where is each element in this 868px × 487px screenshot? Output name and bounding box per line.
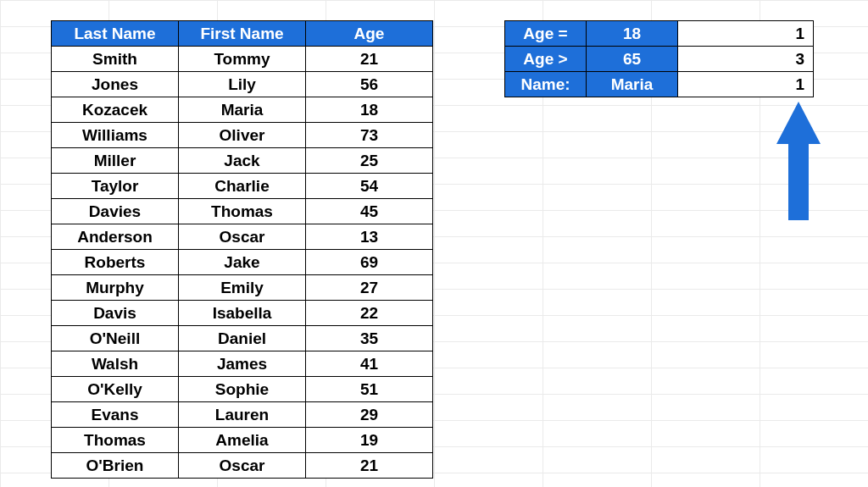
cell[interactable]: Davis	[52, 301, 179, 326]
cell[interactable]: 41	[306, 351, 433, 377]
table-row: ThomasAmelia19	[52, 428, 433, 453]
table-row: WilliamsOliver73	[52, 123, 433, 148]
summary-table: Age =181Age >653Name:Maria1	[504, 20, 814, 97]
data-table: Last Name First Name Age SmithTommy21Jon…	[51, 20, 433, 479]
cell[interactable]: Jones	[52, 72, 179, 97]
summary-label[interactable]: Age >	[505, 47, 587, 72]
cell[interactable]: O'Neill	[52, 326, 179, 351]
cell[interactable]: Lauren	[179, 402, 306, 428]
worksheet: Last Name First Name Age SmithTommy21Jon…	[0, 0, 868, 487]
cell[interactable]: Davies	[52, 199, 179, 224]
cell[interactable]: Sophie	[179, 377, 306, 402]
cell[interactable]: Emily	[179, 275, 306, 301]
table-row: SmithTommy21	[52, 47, 433, 72]
cell[interactable]: 56	[306, 72, 433, 97]
cell[interactable]: 22	[306, 301, 433, 326]
table-row: DavisIsabella22	[52, 301, 433, 326]
table-header-row: Last Name First Name Age	[52, 21, 433, 47]
arrow-up-icon	[776, 102, 821, 220]
cell[interactable]: Kozacek	[52, 97, 179, 123]
cell[interactable]: O'Kelly	[52, 377, 179, 402]
summary-result[interactable]: 3	[678, 47, 814, 72]
cell[interactable]: 69	[306, 250, 433, 275]
cell[interactable]: Oscar	[179, 224, 306, 250]
cell[interactable]: Williams	[52, 123, 179, 148]
cell[interactable]: 45	[306, 199, 433, 224]
cell[interactable]: O'Brien	[52, 453, 179, 479]
summary-row: Age >653	[505, 47, 814, 72]
cell[interactable]: 25	[306, 148, 433, 174]
cell[interactable]: Lily	[179, 72, 306, 97]
cell[interactable]: Thomas	[179, 199, 306, 224]
summary-result[interactable]: 1	[678, 21, 814, 47]
table-row: O'BrienOscar21	[52, 453, 433, 479]
cell[interactable]: Roberts	[52, 250, 179, 275]
cell[interactable]: 27	[306, 275, 433, 301]
cell[interactable]: Daniel	[179, 326, 306, 351]
cell[interactable]: Taylor	[52, 174, 179, 199]
col-header-firstname[interactable]: First Name	[179, 21, 306, 47]
table-row: JonesLily56	[52, 72, 433, 97]
summary-label[interactable]: Name:	[505, 72, 587, 97]
cell[interactable]: 18	[306, 97, 433, 123]
cell[interactable]: Miller	[52, 148, 179, 174]
table-row: AndersonOscar13	[52, 224, 433, 250]
cell[interactable]: Maria	[179, 97, 306, 123]
table-row: RobertsJake69	[52, 250, 433, 275]
cell[interactable]: Jake	[179, 250, 306, 275]
table-row: KozacekMaria18	[52, 97, 433, 123]
cell[interactable]: Anderson	[52, 224, 179, 250]
cell[interactable]: 54	[306, 174, 433, 199]
cell[interactable]: 35	[306, 326, 433, 351]
cell[interactable]: Oscar	[179, 453, 306, 479]
cell[interactable]: 29	[306, 402, 433, 428]
summary-value[interactable]: 65	[587, 47, 678, 72]
table-row: MillerJack25	[52, 148, 433, 174]
table-row: O'KellySophie51	[52, 377, 433, 402]
summary-value[interactable]: 18	[587, 21, 678, 47]
cell[interactable]: Smith	[52, 47, 179, 72]
summary-result[interactable]: 1	[678, 72, 814, 97]
cell[interactable]: Evans	[52, 402, 179, 428]
cell[interactable]: 21	[306, 47, 433, 72]
svg-marker-0	[776, 102, 821, 220]
cell[interactable]: Walsh	[52, 351, 179, 377]
cell[interactable]: 21	[306, 453, 433, 479]
cell[interactable]: Oliver	[179, 123, 306, 148]
cell[interactable]: Amelia	[179, 428, 306, 453]
table-row: EvansLauren29	[52, 402, 433, 428]
cell[interactable]: Charlie	[179, 174, 306, 199]
col-header-age[interactable]: Age	[306, 21, 433, 47]
cell[interactable]: 51	[306, 377, 433, 402]
cell[interactable]: Isabella	[179, 301, 306, 326]
table-row: O'NeillDaniel35	[52, 326, 433, 351]
table-row: TaylorCharlie54	[52, 174, 433, 199]
summary-value[interactable]: Maria	[587, 72, 678, 97]
cell[interactable]: 13	[306, 224, 433, 250]
cell[interactable]: 19	[306, 428, 433, 453]
cell[interactable]: Murphy	[52, 275, 179, 301]
summary-row: Name:Maria1	[505, 72, 814, 97]
table-row: DaviesThomas45	[52, 199, 433, 224]
cell[interactable]: 73	[306, 123, 433, 148]
col-header-lastname[interactable]: Last Name	[52, 21, 179, 47]
cell[interactable]: Thomas	[52, 428, 179, 453]
cell[interactable]: Tommy	[179, 47, 306, 72]
summary-row: Age =181	[505, 21, 814, 47]
summary-label[interactable]: Age =	[505, 21, 587, 47]
cell[interactable]: James	[179, 351, 306, 377]
cell[interactable]: Jack	[179, 148, 306, 174]
table-row: MurphyEmily27	[52, 275, 433, 301]
table-row: WalshJames41	[52, 351, 433, 377]
